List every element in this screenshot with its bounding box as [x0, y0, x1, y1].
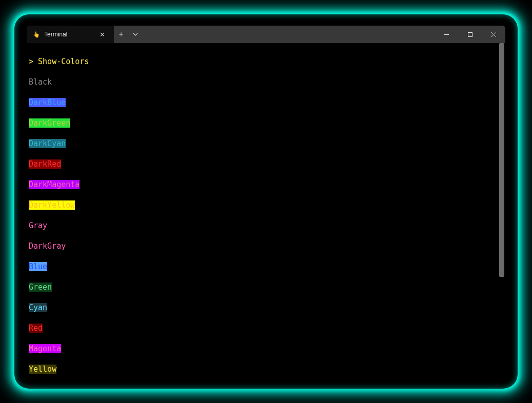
titlebar-drag-region[interactable]: [143, 26, 435, 43]
maximize-button[interactable]: [458, 26, 482, 43]
terminal-window: 👆 Terminal ✕ ＋ > Show-Colors Black DarkB…: [27, 26, 505, 377]
color-row: DarkGreen: [29, 118, 503, 128]
command-text: Show-Colors: [38, 57, 89, 66]
color-row: DarkRed: [29, 159, 503, 169]
color-row: Magenta: [29, 344, 503, 354]
color-green: Green: [29, 283, 52, 292]
new-tab-button[interactable]: ＋: [114, 26, 128, 43]
color-darkgreen: DarkGreen: [29, 118, 70, 128]
color-yellow: Yellow: [29, 365, 56, 374]
color-magenta: Magenta: [29, 344, 61, 353]
color-red: Red: [29, 324, 43, 333]
color-row: Gray: [29, 220, 503, 231]
color-darkmagenta: DarkMagenta: [29, 180, 80, 189]
scrollbar[interactable]: [498, 43, 505, 377]
color-row: Blue: [29, 261, 503, 272]
tab-title: Terminal: [44, 31, 91, 38]
close-tab-icon[interactable]: ✕: [95, 26, 109, 43]
tab-dropdown-button[interactable]: [128, 26, 143, 43]
color-darkgray: DarkGray: [29, 241, 66, 251]
close-window-button[interactable]: [482, 26, 505, 43]
color-cyan: Cyan: [29, 303, 47, 312]
prompt-symbol: >: [29, 57, 33, 66]
color-row: Yellow: [29, 364, 503, 374]
color-row: Black: [29, 77, 503, 87]
minimize-button[interactable]: [435, 26, 458, 43]
color-row: DarkYellow: [29, 200, 503, 210]
color-row: DarkCyan: [29, 138, 503, 149]
command-line: > Show-Colors: [29, 56, 503, 67]
color-darkcyan: DarkCyan: [29, 139, 66, 148]
titlebar: 👆 Terminal ✕ ＋: [27, 26, 505, 43]
svg-rect-1: [468, 32, 472, 36]
color-gray: Gray: [29, 221, 47, 230]
tab-terminal[interactable]: 👆 Terminal ✕: [27, 26, 114, 43]
color-darkred: DarkRed: [29, 159, 61, 169]
terminal-body[interactable]: > Show-Colors Black DarkBlue DarkGreen D…: [27, 43, 505, 377]
color-row: DarkMagenta: [29, 179, 503, 190]
color-row: Cyan: [29, 303, 503, 313]
color-row: DarkBlue: [29, 97, 503, 108]
window-controls: [435, 26, 505, 43]
tab-icon: 👆: [33, 31, 40, 38]
color-darkyellow: DarkYellow: [29, 200, 75, 210]
color-blue: Blue: [29, 262, 47, 271]
color-row: Red: [29, 323, 503, 333]
color-row: DarkGray: [29, 241, 503, 251]
color-black: Black: [29, 77, 52, 87]
scrollbar-thumb[interactable]: [499, 43, 504, 277]
tab-actions: ＋: [114, 26, 143, 43]
color-darkblue: DarkBlue: [29, 98, 66, 107]
color-row: Green: [29, 282, 503, 292]
